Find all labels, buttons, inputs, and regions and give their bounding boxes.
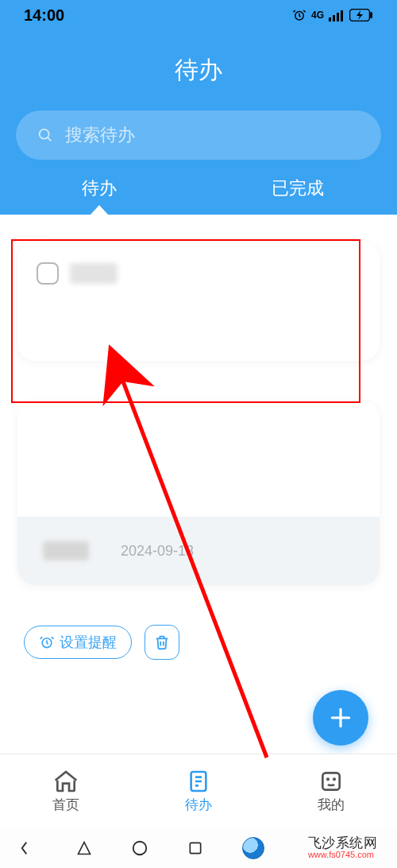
set-reminder-label: 设置提醒 bbox=[60, 633, 117, 652]
app-header: 14:00 4G 待办 搜索待办 待办 已完成 bbox=[0, 0, 397, 215]
svg-point-14 bbox=[133, 842, 146, 855]
network-label: 4G bbox=[311, 10, 324, 21]
card-footer-label bbox=[43, 541, 89, 560]
svg-point-13 bbox=[333, 779, 335, 781]
todo-icon bbox=[186, 769, 211, 794]
tab-label: 已完成 bbox=[272, 178, 324, 198]
action-row: 设置提醒 bbox=[24, 625, 380, 660]
tab-pending[interactable]: 待办 bbox=[0, 180, 198, 215]
todo-item-text bbox=[70, 263, 118, 284]
plus-icon bbox=[328, 705, 353, 730]
nav-label: 我的 bbox=[318, 796, 345, 814]
alarm-icon bbox=[292, 8, 306, 22]
content-area: 2024-09-13 设置提醒 bbox=[0, 215, 397, 754]
home-icon bbox=[53, 769, 79, 794]
watermark-brand: 飞沙系统网 bbox=[308, 836, 378, 851]
todo-card[interactable] bbox=[17, 242, 380, 361]
nav-home[interactable]: 首页 bbox=[0, 754, 133, 828]
system-nav-bar: 飞沙系统网 www.fs0745.com bbox=[0, 828, 397, 868]
delete-button[interactable] bbox=[145, 625, 179, 660]
svg-point-12 bbox=[327, 779, 329, 781]
system-recent-icon[interactable] bbox=[187, 840, 203, 856]
system-home-icon[interactable] bbox=[131, 839, 148, 857]
trash-icon bbox=[153, 634, 171, 651]
dated-todo-card[interactable]: 2024-09-13 bbox=[17, 401, 380, 585]
system-menu-icon[interactable] bbox=[20, 839, 37, 857]
add-todo-fab[interactable] bbox=[313, 690, 368, 746]
svg-point-7 bbox=[40, 130, 49, 139]
nav-label: 待办 bbox=[185, 796, 212, 814]
battery-icon bbox=[349, 9, 373, 21]
svg-rect-2 bbox=[333, 15, 335, 21]
watermark: 飞沙系统网 www.fs0745.com bbox=[222, 836, 397, 859]
watermark-logo-icon bbox=[242, 837, 264, 859]
svg-rect-1 bbox=[329, 17, 331, 21]
card-date: 2024-09-13 bbox=[121, 543, 194, 560]
svg-rect-3 bbox=[337, 13, 339, 21]
status-time: 14:00 bbox=[24, 6, 64, 25]
set-reminder-button[interactable]: 设置提醒 bbox=[24, 626, 132, 659]
alarm-icon bbox=[39, 634, 55, 650]
status-bar: 14:00 4G bbox=[0, 0, 397, 29]
svg-rect-15 bbox=[190, 843, 200, 853]
todo-checkbox[interactable] bbox=[37, 262, 59, 285]
signal-icon bbox=[329, 9, 345, 21]
profile-icon bbox=[318, 769, 344, 794]
status-indicators: 4G bbox=[292, 8, 373, 22]
bottom-nav: 首页 待办 我的 bbox=[0, 754, 397, 828]
page-title: 待办 bbox=[0, 54, 397, 87]
search-icon bbox=[37, 126, 54, 144]
system-back-icon[interactable] bbox=[76, 840, 92, 856]
svg-rect-4 bbox=[341, 10, 343, 21]
nav-label: 首页 bbox=[52, 796, 79, 814]
nav-todo[interactable]: 待办 bbox=[133, 754, 265, 828]
tab-completed[interactable]: 已完成 bbox=[198, 180, 397, 215]
tab-label: 待办 bbox=[82, 178, 117, 198]
search-placeholder: 搜索待办 bbox=[65, 123, 135, 147]
watermark-url: www.fs0745.com bbox=[308, 851, 378, 860]
svg-rect-6 bbox=[370, 12, 372, 18]
search-input[interactable]: 搜索待办 bbox=[16, 110, 381, 160]
card-footer: 2024-09-13 bbox=[17, 517, 380, 585]
tabs: 待办 已完成 bbox=[0, 180, 397, 215]
svg-rect-11 bbox=[322, 773, 339, 789]
nav-profile[interactable]: 我的 bbox=[264, 754, 397, 828]
